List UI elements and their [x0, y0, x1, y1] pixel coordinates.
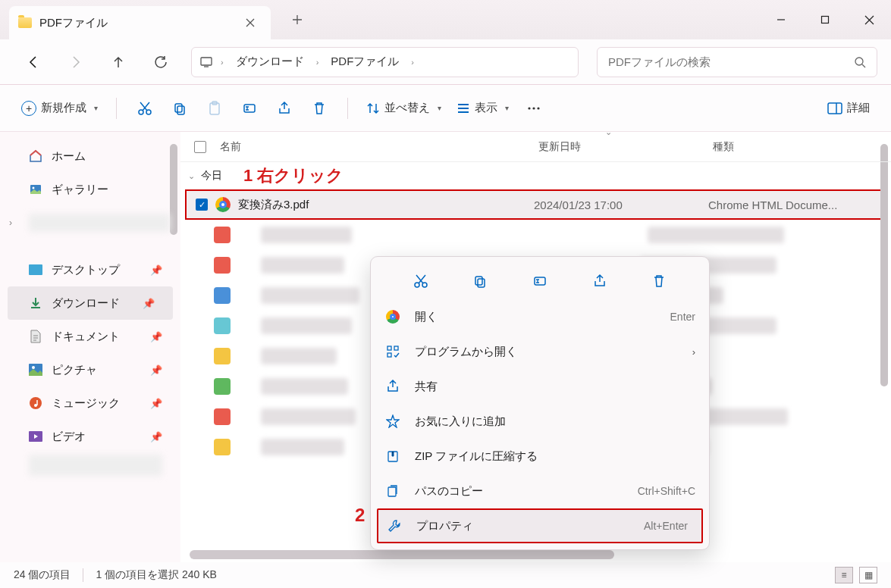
column-header[interactable]: 名前 ⌄ 更新日時 種類 — [180, 132, 891, 162]
file-type: Chrome HTML Docume... — [708, 199, 885, 211]
forward-button[interactable] — [56, 47, 96, 77]
ctx-delete-button[interactable] — [643, 267, 675, 296]
svg-rect-1 — [201, 58, 212, 65]
ctx-open-shortcut: Enter — [670, 311, 695, 323]
chevron-right-icon[interactable]: › — [408, 58, 417, 67]
sidebar-pictures[interactable]: ピクチャ 📌 — [0, 353, 180, 386]
folder-icon — [18, 17, 32, 28]
copy-button[interactable] — [165, 94, 194, 123]
ctx-cut-button[interactable] — [405, 267, 437, 296]
view-icons-toggle[interactable]: ▦ — [859, 567, 877, 583]
svg-rect-16 — [29, 264, 42, 275]
ctx-properties[interactable]: プロパティ Alt+Enter — [377, 508, 703, 543]
minimize-button[interactable] — [759, 0, 803, 39]
group-today[interactable]: ⌄ 今日 1 右クリック — [180, 162, 891, 189]
ctx-share-button[interactable] — [584, 267, 616, 296]
chevron-down-icon[interactable]: ⌄ — [605, 127, 612, 137]
rename-button[interactable] — [235, 94, 264, 123]
sidebar-videos[interactable]: ビデオ 📌 — [0, 420, 180, 453]
more-button[interactable] — [519, 94, 548, 123]
ctx-properties-shortcut: Alt+Enter — [644, 520, 688, 532]
details-pane-button[interactable]: 詳細 — [823, 94, 874, 123]
back-button[interactable] — [14, 47, 53, 77]
ctx-rename-button[interactable] — [524, 267, 556, 296]
select-all-checkbox[interactable] — [194, 141, 206, 153]
sidebar-music[interactable]: ミュージック 📌 — [0, 386, 180, 420]
file-scrollbar[interactable] — [880, 144, 888, 386]
music-icon — [29, 396, 42, 410]
sidebar-videos-label: ビデオ — [52, 430, 86, 444]
maximize-button[interactable] — [803, 0, 847, 39]
search-box[interactable] — [597, 47, 877, 77]
chevron-right-icon[interactable]: › — [218, 58, 227, 67]
sidebar-desktop[interactable]: デスクトップ 📌 — [0, 253, 180, 286]
new-label: 新規作成 — [41, 101, 86, 115]
pin-icon: 📌 — [150, 331, 162, 342]
chevron-right-icon[interactable]: › — [313, 58, 322, 67]
star-icon — [384, 414, 401, 428]
delete-button[interactable] — [305, 94, 334, 123]
desktop-icon — [29, 263, 42, 277]
breadcrumb-downloads[interactable]: ダウンロード — [231, 52, 309, 72]
cut-button[interactable] — [130, 94, 159, 123]
svg-point-19 — [30, 397, 42, 409]
column-type[interactable]: 種類 — [713, 140, 891, 154]
ctx-zip[interactable]: ZIP ファイルに圧縮する — [371, 439, 709, 474]
nav-row: › ダウンロード › PDFファイル › — [0, 39, 891, 85]
pin-icon: 📌 — [150, 431, 162, 443]
svg-rect-27 — [387, 346, 391, 350]
tab-active[interactable]: PDFファイル — [9, 6, 271, 39]
view-button[interactable]: 表示 ▾ — [452, 94, 513, 123]
up-button[interactable] — [99, 47, 138, 77]
sidebar-documents[interactable]: ドキュメント 📌 — [0, 320, 180, 353]
chevron-right-icon: › — [692, 346, 695, 358]
svg-point-2 — [855, 58, 863, 65]
ctx-open-with[interactable]: プログラムから開く › — [371, 334, 709, 369]
file-checkbox[interactable]: ✓ — [196, 199, 208, 211]
svg-point-10 — [528, 107, 530, 109]
ctx-copy-path[interactable]: パスのコピー Ctrl+Shift+C — [371, 474, 709, 508]
breadcrumb[interactable]: › ダウンロード › PDFファイル › — [191, 47, 579, 77]
pc-icon[interactable] — [199, 55, 213, 69]
chevron-down-icon: ▾ — [94, 104, 98, 112]
ctx-share[interactable]: 共有 — [371, 369, 709, 404]
svg-rect-25 — [478, 279, 485, 287]
file-date: 2024/01/23 17:00 — [534, 199, 708, 211]
search-icon[interactable] — [854, 56, 866, 68]
view-details-toggle[interactable]: ≡ — [835, 567, 853, 583]
sidebar-gallery[interactable]: ギャラリー — [0, 173, 180, 206]
open-with-icon — [384, 345, 401, 358]
close-tab-button[interactable] — [239, 11, 262, 34]
sidebar-home[interactable]: ホーム — [0, 139, 180, 173]
chevron-down-icon: ▾ — [505, 104, 509, 112]
refresh-button[interactable] — [141, 47, 180, 77]
search-input[interactable] — [608, 55, 854, 68]
sidebar-item-blurred[interactable]: › — [0, 206, 180, 239]
svg-point-18 — [32, 366, 35, 369]
svg-rect-24 — [475, 277, 482, 285]
ctx-favorite[interactable]: お気に入りに追加 — [371, 404, 709, 439]
file-row-selected[interactable]: ✓ 変換済み3.pdf 2024/01/23 17:00 Chrome HTML… — [185, 189, 886, 220]
status-bar: 24 個の項目 1 個の項目を選択 240 KB ≡ ▦ — [0, 562, 891, 588]
sort-button[interactable]: 並べ替え ▾ — [362, 94, 446, 123]
document-icon — [29, 330, 42, 343]
close-window-button[interactable] — [847, 0, 891, 39]
sidebar-downloads[interactable]: ダウンロード 📌 — [8, 286, 173, 320]
svg-rect-9 — [244, 105, 255, 112]
svg-point-12 — [537, 107, 539, 109]
column-name[interactable]: 名前 — [220, 140, 538, 154]
share-icon — [384, 380, 401, 393]
ctx-copy-button[interactable] — [464, 267, 496, 296]
pin-icon: 📌 — [150, 264, 162, 276]
context-quick-actions — [371, 263, 709, 299]
sidebar-downloads-label: ダウンロード — [52, 296, 120, 311]
new-button[interactable]: + 新規作成 ▾ — [17, 94, 102, 123]
column-date[interactable]: 更新日時 — [538, 140, 713, 154]
share-button[interactable] — [270, 94, 299, 123]
new-tab-button[interactable] — [282, 5, 312, 35]
video-icon — [29, 430, 42, 443]
horizontal-scrollbar[interactable] — [190, 550, 614, 559]
breadcrumb-folder[interactable]: PDFファイル — [326, 52, 403, 72]
ctx-open[interactable]: 開く Enter — [371, 299, 709, 334]
zip-icon — [384, 449, 401, 463]
